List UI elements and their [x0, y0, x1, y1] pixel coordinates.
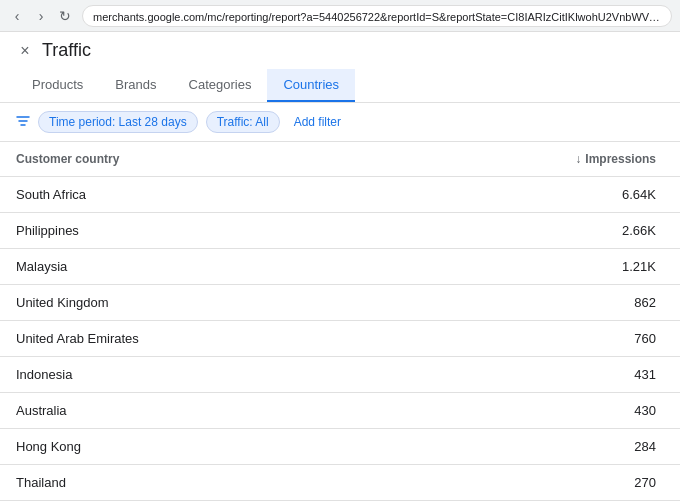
- country-cell: Australia: [0, 393, 382, 429]
- tab-categories[interactable]: Categories: [173, 69, 268, 102]
- nav-controls: ‹ › ↻: [8, 7, 74, 25]
- impressions-cell: 1.21K: [382, 249, 680, 285]
- country-cell: Thailand: [0, 465, 382, 501]
- tab-countries[interactable]: Countries: [267, 69, 355, 102]
- data-table: Customer country ↓Impressions South Afri…: [0, 142, 680, 501]
- impressions-cell: 760: [382, 321, 680, 357]
- table-row: United Kingdom862: [0, 285, 680, 321]
- country-cell: Malaysia: [0, 249, 382, 285]
- country-cell: Hong Kong: [0, 429, 382, 465]
- close-button[interactable]: ×: [16, 42, 34, 60]
- country-cell: Philippines: [0, 213, 382, 249]
- impressions-column-header[interactable]: ↓Impressions: [382, 142, 680, 177]
- table-row: Philippines2.66K: [0, 213, 680, 249]
- forward-button[interactable]: ›: [32, 7, 50, 25]
- table-row: Indonesia431: [0, 357, 680, 393]
- tab-brands[interactable]: Brands: [99, 69, 172, 102]
- address-bar[interactable]: merchants.google.com/mc/reporting/report…: [82, 5, 672, 27]
- tab-bar: Products Brands Categories Countries: [16, 69, 664, 102]
- table-row: Hong Kong284: [0, 429, 680, 465]
- country-column-header: Customer country: [0, 142, 382, 177]
- back-button[interactable]: ‹: [8, 7, 26, 25]
- table-row: Thailand270: [0, 465, 680, 501]
- traffic-chip[interactable]: Traffic: All: [206, 111, 280, 133]
- impressions-cell: 862: [382, 285, 680, 321]
- filter-icon: [16, 114, 30, 131]
- country-cell: United Arab Emirates: [0, 321, 382, 357]
- impressions-cell: 430: [382, 393, 680, 429]
- impressions-cell: 270: [382, 465, 680, 501]
- table-row: South Africa6.64K: [0, 177, 680, 213]
- country-cell: Indonesia: [0, 357, 382, 393]
- page-header: × Traffic Products Brands Categories Cou…: [0, 32, 680, 103]
- page-title-row: × Traffic: [16, 40, 664, 61]
- filter-bar: Time period: Last 28 days Traffic: All A…: [0, 103, 680, 142]
- page-title: Traffic: [42, 40, 91, 61]
- table-row: Malaysia1.21K: [0, 249, 680, 285]
- table-header-row: Customer country ↓Impressions: [0, 142, 680, 177]
- country-cell: United Kingdom: [0, 285, 382, 321]
- table-row: United Arab Emirates760: [0, 321, 680, 357]
- impressions-cell: 2.66K: [382, 213, 680, 249]
- tab-products[interactable]: Products: [16, 69, 99, 102]
- table-row: Australia430: [0, 393, 680, 429]
- time-period-chip[interactable]: Time period: Last 28 days: [38, 111, 198, 133]
- add-filter-button[interactable]: Add filter: [288, 112, 347, 132]
- country-cell: South Africa: [0, 177, 382, 213]
- reload-button[interactable]: ↻: [56, 7, 74, 25]
- sort-arrow-icon: ↓: [575, 152, 581, 166]
- impressions-cell: 431: [382, 357, 680, 393]
- impressions-cell: 6.64K: [382, 177, 680, 213]
- impressions-cell: 284: [382, 429, 680, 465]
- browser-toolbar: ‹ › ↻ merchants.google.com/mc/reporting/…: [0, 0, 680, 32]
